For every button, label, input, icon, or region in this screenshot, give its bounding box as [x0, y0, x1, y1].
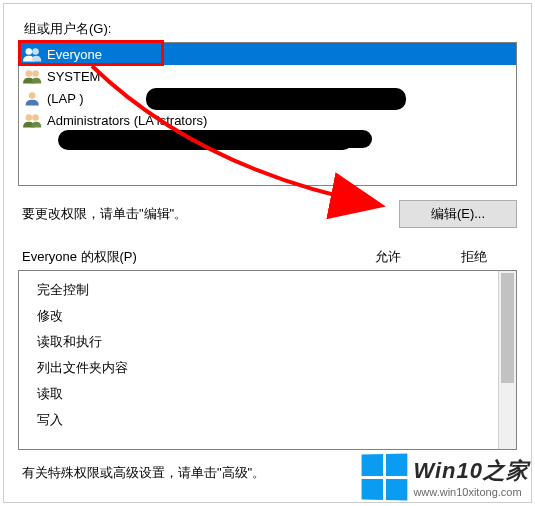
security-tab-panel: 组或用户名(G): Everyone SYSTEM [3, 3, 532, 503]
users-icon [23, 45, 43, 63]
deny-column-header: 拒绝 [431, 248, 517, 266]
users-icon [23, 111, 43, 129]
group-item-label: Everyone [47, 47, 102, 62]
watermark-url: www.win10xitong.com [413, 486, 521, 498]
permission-row: 完全控制 [19, 277, 498, 303]
group-item-label: SYSTEM [47, 69, 100, 84]
group-item-everyone[interactable]: Everyone [19, 43, 516, 65]
svg-point-2 [26, 70, 33, 77]
scrollbar-thumb[interactable] [501, 273, 514, 383]
scrollbar[interactable] [498, 271, 516, 449]
permissions-title: Everyone 的权限(P) [18, 248, 345, 266]
watermark-title: Win10之家 [413, 456, 529, 486]
svg-point-0 [26, 48, 33, 55]
permission-row: 修改 [19, 303, 498, 329]
permission-row: 读取和执行 [19, 329, 498, 355]
svg-point-6 [32, 114, 39, 121]
svg-point-5 [26, 114, 33, 121]
redaction-scribble [330, 130, 372, 148]
group-user-listbox[interactable]: Everyone SYSTEM (LAP ) [18, 42, 517, 186]
users-icon [23, 67, 43, 85]
permission-row: 读取 [19, 381, 498, 407]
svg-point-1 [32, 48, 39, 55]
svg-point-4 [29, 92, 36, 99]
svg-point-3 [32, 70, 39, 77]
permissions-listbox: 完全控制 修改 读取和执行 列出文件夹内容 读取 写入 [18, 270, 517, 450]
redaction-scribble [146, 88, 406, 110]
watermark: Win10之家 www.win10xitong.com [361, 454, 529, 500]
group-item-administrators[interactable]: Administrators (LA istrators) [19, 109, 516, 131]
edit-hint-text: 要更改权限，请单击"编辑"。 [18, 205, 187, 223]
user-icon [23, 89, 43, 107]
allow-column-header: 允许 [345, 248, 431, 266]
windows-logo-icon [362, 454, 408, 501]
group-item-label: Administrators (LA istrators) [47, 113, 207, 128]
edit-button[interactable]: 编辑(E)... [399, 200, 517, 228]
permission-row: 写入 [19, 407, 498, 433]
redaction-scribble [58, 130, 353, 150]
group-item-label: (LAP ) [47, 91, 84, 106]
group-label: 组或用户名(G): [24, 20, 517, 38]
group-item-system[interactable]: SYSTEM [19, 65, 516, 87]
permission-row: 列出文件夹内容 [19, 355, 498, 381]
